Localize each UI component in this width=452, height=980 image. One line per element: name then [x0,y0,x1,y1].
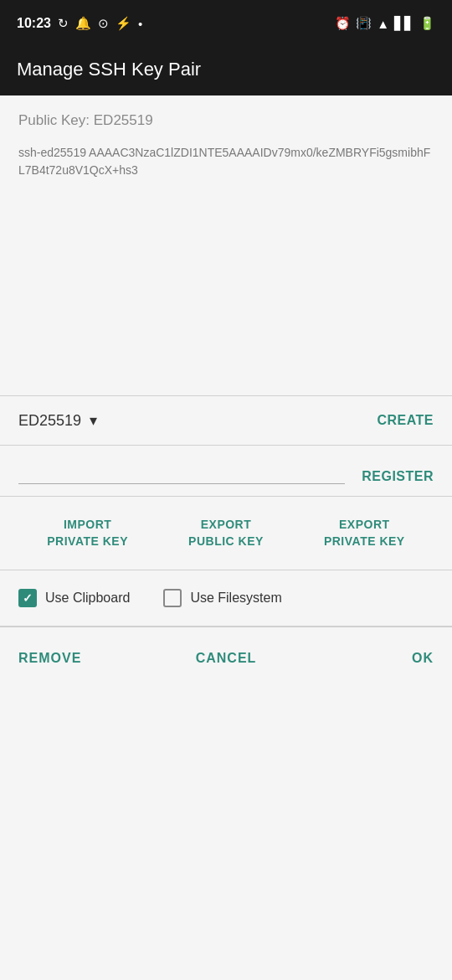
remove-button[interactable]: REMOVE [18,651,157,666]
notification-icon: 🔔 [75,16,91,31]
dropdown-create-row: ED25519 ▾ CREATE [0,396,452,446]
export-public-key-line2: PUBLIC KEY [188,534,264,548]
key-content-area [0,203,452,395]
create-button[interactable]: CREATE [377,413,434,428]
vpn-icon: ⊙ [98,16,109,31]
cancel-button[interactable]: CANCEL [157,651,295,666]
use-filesystem-label: Use Filesystem [190,591,281,606]
use-filesystem-checkbox-item[interactable]: Use Filesystem [163,589,281,607]
chevron-down-icon: ▾ [90,411,97,430]
bottom-action-row: REMOVE CANCEL OK [0,627,452,689]
wifi-icon: ▲ [377,17,389,31]
register-button[interactable]: REGISTER [362,469,434,484]
signal-icon: ▋▋ [394,16,414,31]
alarm-icon: ⏰ [335,16,351,31]
main-content: Public Key: ED25519 ssh-ed25519 AAAAC3Nz… [0,95,452,980]
use-clipboard-checkbox[interactable] [18,589,37,607]
public-key-label: Public Key: ED25519 [18,112,434,129]
battery-icon: 🔋 [419,16,435,31]
register-row: REGISTER [0,446,452,497]
status-time: 10:23 [17,16,51,31]
action-buttons-row: IMPORT PRIVATE KEY EXPORT PUBLIC KEY EXP… [0,497,452,570]
public-key-value: ssh-ed25519 AAAAC3NzaC1lZDI1NTE5AAAAIDv7… [18,144,434,194]
import-private-key-line2: PRIVATE KEY [47,534,128,548]
bolt-icon: ⚡ [116,16,131,31]
vibrate-icon: 📳 [356,16,372,31]
use-clipboard-label: Use Clipboard [45,591,130,606]
import-private-key-button[interactable]: IMPORT PRIVATE KEY [18,517,157,549]
page-title: Manage SSH Key Pair [17,59,435,80]
import-private-key-line1: IMPORT [64,518,111,531]
status-bar: 10:23 ↻ 🔔 ⊙ ⚡ • ⏰ 📳 ▲ ▋▋ 🔋 [0,0,452,47]
use-clipboard-checkbox-item[interactable]: Use Clipboard [18,589,130,607]
ok-button[interactable]: OK [295,651,434,666]
status-right: ⏰ 📳 ▲ ▋▋ 🔋 [335,16,435,31]
public-key-section: Public Key: ED25519 ssh-ed25519 AAAAC3Nz… [0,95,452,203]
export-public-key-button[interactable]: EXPORT PUBLIC KEY [157,517,295,549]
title-bar: Manage SSH Key Pair [0,47,452,95]
key-type-dropdown[interactable]: ED25519 ▾ [18,411,97,430]
export-private-key-button[interactable]: EXPORT PRIVATE KEY [295,517,434,549]
status-left: 10:23 ↻ 🔔 ⊙ ⚡ • [17,16,142,31]
export-public-key-line1: EXPORT [201,518,252,531]
key-type-selected: ED25519 [18,412,81,430]
sync-icon: ↻ [58,16,69,31]
dot-icon: • [138,17,142,31]
register-input[interactable] [18,457,345,484]
checkbox-row: Use Clipboard Use Filesystem [0,570,452,627]
export-private-key-line1: EXPORT [339,518,390,531]
export-private-key-line2: PRIVATE KEY [324,534,405,548]
use-filesystem-checkbox[interactable] [163,589,182,607]
